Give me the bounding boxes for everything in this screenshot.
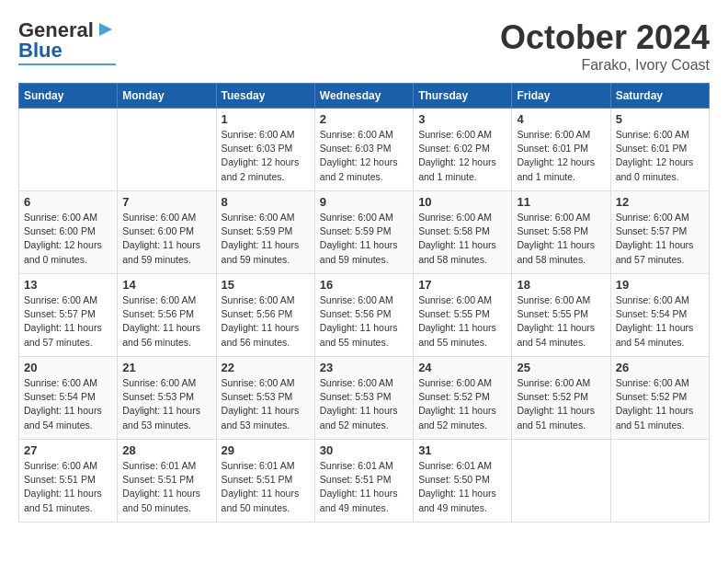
calendar-header: Sunday Monday Tuesday Wednesday Thursday… — [19, 84, 710, 109]
day-info: Sunrise: 6:00 AMSunset: 6:01 PMDaylight:… — [517, 128, 605, 184]
calendar-cell — [512, 440, 610, 523]
calendar-cell: 9Sunrise: 6:00 AMSunset: 5:59 PMDaylight… — [314, 191, 413, 274]
day-number: 3 — [418, 112, 506, 126]
calendar-cell: 17Sunrise: 6:00 AMSunset: 5:55 PMDayligh… — [414, 274, 512, 357]
day-number: 4 — [517, 112, 605, 126]
day-number: 19 — [616, 278, 704, 292]
calendar-cell: 7Sunrise: 6:00 AMSunset: 6:00 PMDaylight… — [118, 191, 216, 274]
calendar-cell: 14Sunrise: 6:00 AMSunset: 5:56 PMDayligh… — [118, 274, 216, 357]
day-number: 30 — [320, 443, 408, 457]
day-info: Sunrise: 6:00 AMSunset: 5:56 PMDaylight:… — [122, 293, 210, 350]
day-info: Sunrise: 6:00 AMSunset: 5:56 PMDaylight:… — [222, 293, 310, 350]
day-info: Sunrise: 6:00 AMSunset: 5:55 PMDaylight:… — [517, 293, 605, 350]
day-number: 27 — [24, 443, 112, 457]
logo: General Blue — [18, 18, 116, 65]
calendar-week-4: 20Sunrise: 6:00 AMSunset: 5:54 PMDayligh… — [19, 357, 710, 440]
header-sunday: Sunday — [19, 84, 118, 109]
header-friday: Friday — [512, 84, 610, 109]
calendar-cell: 25Sunrise: 6:00 AMSunset: 5:52 PMDayligh… — [512, 357, 610, 440]
day-number: 14 — [122, 278, 210, 292]
day-number: 21 — [122, 361, 210, 374]
calendar-cell: 15Sunrise: 6:00 AMSunset: 5:56 PMDayligh… — [216, 274, 314, 357]
header-saturday: Saturday — [610, 84, 709, 109]
day-number: 18 — [517, 278, 605, 292]
day-info: Sunrise: 6:00 AMSunset: 5:56 PMDaylight:… — [320, 293, 408, 350]
calendar-cell: 4Sunrise: 6:00 AMSunset: 6:01 PMDaylight… — [512, 109, 610, 191]
logo-blue: Blue — [18, 39, 63, 62]
calendar-cell: 6Sunrise: 6:00 AMSunset: 6:00 PMDaylight… — [19, 191, 118, 274]
day-number: 12 — [616, 195, 704, 209]
calendar-cell: 29Sunrise: 6:01 AMSunset: 5:51 PMDayligh… — [216, 440, 314, 523]
day-info: Sunrise: 6:00 AMSunset: 5:52 PMDaylight:… — [616, 376, 704, 432]
day-info: Sunrise: 6:00 AMSunset: 6:00 PMDaylight:… — [122, 211, 210, 267]
calendar-cell: 20Sunrise: 6:00 AMSunset: 5:54 PMDayligh… — [19, 357, 118, 440]
day-info: Sunrise: 6:00 AMSunset: 5:55 PMDaylight:… — [418, 293, 506, 350]
day-info: Sunrise: 6:01 AMSunset: 5:51 PMDaylight:… — [222, 459, 310, 515]
calendar-cell: 28Sunrise: 6:01 AMSunset: 5:51 PMDayligh… — [118, 440, 216, 523]
calendar-cell — [19, 109, 118, 191]
calendar-week-5: 27Sunrise: 6:00 AMSunset: 5:51 PMDayligh… — [19, 440, 710, 523]
calendar-cell: 18Sunrise: 6:00 AMSunset: 5:55 PMDayligh… — [512, 274, 610, 357]
calendar-cell: 30Sunrise: 6:01 AMSunset: 5:51 PMDayligh… — [314, 440, 413, 523]
day-number: 26 — [616, 361, 704, 374]
day-number: 9 — [320, 195, 408, 209]
day-number: 13 — [24, 278, 112, 292]
calendar-cell: 31Sunrise: 6:01 AMSunset: 5:50 PMDayligh… — [414, 440, 512, 523]
day-number: 31 — [418, 443, 506, 457]
calendar-table: Sunday Monday Tuesday Wednesday Thursday… — [18, 83, 710, 523]
day-info: Sunrise: 6:01 AMSunset: 5:51 PMDaylight:… — [122, 459, 210, 515]
day-number: 2 — [320, 112, 408, 126]
day-info: Sunrise: 6:01 AMSunset: 5:51 PMDaylight:… — [320, 459, 408, 515]
day-number: 29 — [222, 443, 310, 457]
calendar-cell: 2Sunrise: 6:00 AMSunset: 6:03 PMDaylight… — [314, 109, 413, 191]
calendar-cell: 22Sunrise: 6:00 AMSunset: 5:53 PMDayligh… — [216, 357, 314, 440]
calendar-week-2: 6Sunrise: 6:00 AMSunset: 6:00 PMDaylight… — [19, 191, 710, 274]
header-row: Sunday Monday Tuesday Wednesday Thursday… — [19, 84, 710, 109]
calendar-cell — [610, 440, 709, 523]
day-info: Sunrise: 6:00 AMSunset: 6:03 PMDaylight:… — [222, 128, 310, 184]
day-number: 28 — [122, 443, 210, 457]
day-number: 7 — [122, 195, 210, 209]
calendar-cell: 1Sunrise: 6:00 AMSunset: 6:03 PMDaylight… — [216, 109, 314, 191]
calendar-cell: 13Sunrise: 6:00 AMSunset: 5:57 PMDayligh… — [19, 274, 118, 357]
calendar-title: October 2024 — [500, 18, 710, 57]
day-number: 22 — [222, 361, 310, 374]
calendar-cell: 27Sunrise: 6:00 AMSunset: 5:51 PMDayligh… — [19, 440, 118, 523]
calendar-subtitle: Farako, Ivory Coast — [500, 57, 710, 74]
day-info: Sunrise: 6:00 AMSunset: 5:51 PMDaylight:… — [24, 459, 112, 515]
day-info: Sunrise: 6:00 AMSunset: 5:53 PMDaylight:… — [320, 376, 408, 432]
day-info: Sunrise: 6:00 AMSunset: 5:57 PMDaylight:… — [616, 211, 704, 267]
header-monday: Monday — [118, 84, 216, 109]
calendar-cell: 24Sunrise: 6:00 AMSunset: 5:52 PMDayligh… — [414, 357, 512, 440]
day-number: 10 — [418, 195, 506, 209]
day-info: Sunrise: 6:00 AMSunset: 5:53 PMDaylight:… — [122, 376, 210, 432]
day-number: 1 — [222, 112, 310, 126]
calendar-cell: 16Sunrise: 6:00 AMSunset: 5:56 PMDayligh… — [314, 274, 413, 357]
calendar-cell: 10Sunrise: 6:00 AMSunset: 5:58 PMDayligh… — [414, 191, 512, 274]
day-number: 20 — [24, 361, 112, 374]
day-info: Sunrise: 6:00 AMSunset: 5:53 PMDaylight:… — [222, 376, 310, 432]
title-area: October 2024 Farako, Ivory Coast — [500, 18, 710, 74]
day-number: 11 — [517, 195, 605, 209]
calendar-week-1: 1Sunrise: 6:00 AMSunset: 6:03 PMDaylight… — [19, 109, 710, 191]
day-info: Sunrise: 6:00 AMSunset: 5:57 PMDaylight:… — [24, 293, 112, 350]
day-number: 25 — [517, 361, 605, 374]
day-info: Sunrise: 6:00 AMSunset: 5:54 PMDaylight:… — [616, 293, 704, 350]
calendar-cell: 21Sunrise: 6:00 AMSunset: 5:53 PMDayligh… — [118, 357, 216, 440]
calendar-cell: 5Sunrise: 6:00 AMSunset: 6:01 PMDaylight… — [610, 109, 709, 191]
logo-underline — [18, 63, 116, 65]
calendar-cell: 23Sunrise: 6:00 AMSunset: 5:53 PMDayligh… — [314, 357, 413, 440]
calendar-cell: 8Sunrise: 6:00 AMSunset: 5:59 PMDaylight… — [216, 191, 314, 274]
day-number: 23 — [320, 361, 408, 374]
day-info: Sunrise: 6:00 AMSunset: 5:52 PMDaylight:… — [517, 376, 605, 432]
header-thursday: Thursday — [414, 84, 512, 109]
header-wednesday: Wednesday — [314, 84, 413, 109]
day-number: 6 — [24, 195, 112, 209]
day-info: Sunrise: 6:00 AMSunset: 5:59 PMDaylight:… — [320, 211, 408, 267]
day-info: Sunrise: 6:00 AMSunset: 5:54 PMDaylight:… — [24, 376, 112, 432]
calendar-cell: 19Sunrise: 6:00 AMSunset: 5:54 PMDayligh… — [610, 274, 709, 357]
day-number: 16 — [320, 278, 408, 292]
day-info: Sunrise: 6:00 AMSunset: 6:03 PMDaylight:… — [320, 128, 408, 184]
day-number: 15 — [222, 278, 310, 292]
day-info: Sunrise: 6:00 AMSunset: 6:01 PMDaylight:… — [616, 128, 704, 184]
